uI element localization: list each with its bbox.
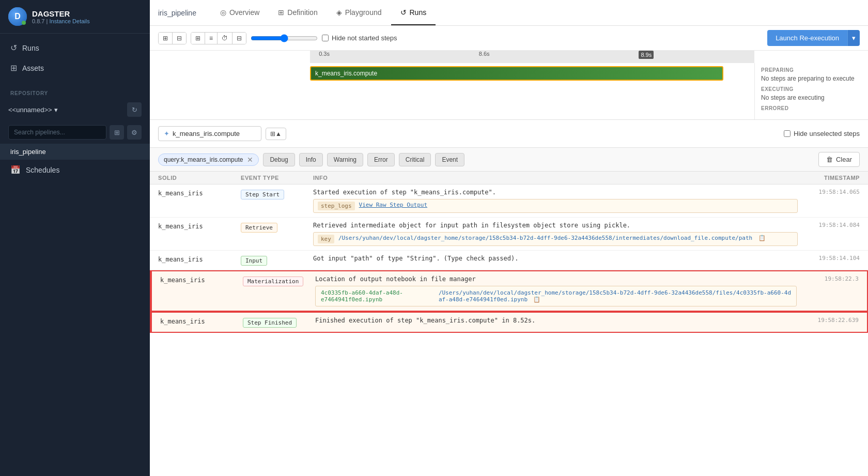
- step-logs-value[interactable]: View Raw Step Output: [359, 202, 427, 208]
- step-search-box[interactable]: ✦ k_means_iris.compute: [158, 126, 261, 141]
- time-marker-2: 8.9s: [639, 51, 654, 59]
- playground-icon: ◈: [336, 8, 342, 17]
- main-content: iris_pipeline ◎ Overview ⊞ Definition ◈ …: [150, 0, 868, 476]
- col-event-header: EVENT TYPE: [241, 175, 313, 181]
- remove-filter-button[interactable]: ✕: [247, 156, 253, 164]
- row-time-1: 19:58:14.084: [798, 222, 860, 228]
- refresh-repo-button[interactable]: ↻: [127, 102, 142, 117]
- timeline-bar-k-means[interactable]: k_means_iris.compute: [310, 66, 723, 81]
- row-info-3: Location of output notebook in file mana…: [315, 275, 797, 306]
- row-event-1: Retrieve: [241, 222, 313, 233]
- repository-section-label: REPOSITORY: [0, 82, 150, 98]
- step-search-icon: ✦: [164, 130, 169, 137]
- executing-section: EXECUTING No steps are executing: [761, 86, 862, 101]
- table-row: k_means_iris Retrieve Retrieved intermed…: [150, 218, 868, 251]
- mat-right-value: /Users/yuhan/dev/local/dagster_home/stor…: [439, 289, 791, 303]
- log-table-header: SOLID EVENT TYPE INFO TIMESTAMP: [150, 172, 868, 185]
- launch-re-execution-group: Launch Re-execution ▾: [767, 30, 860, 46]
- event-badge-step-finished: Step Finished: [243, 318, 297, 328]
- clear-button[interactable]: 🗑 Clear: [818, 152, 860, 167]
- app-version: 0.8.7 | Instance Details: [32, 18, 90, 24]
- mat-left-value[interactable]: 4c0335fb-a660-4daf-a48d-e7464941f0ed.ipy…: [321, 289, 432, 303]
- filter-info-button[interactable]: Info: [299, 153, 323, 166]
- repo-selector: <<unnamed>> ▾ ↻: [0, 98, 150, 121]
- filter-error-button[interactable]: Error: [367, 153, 395, 166]
- filter-critical-button[interactable]: Critical: [399, 153, 431, 166]
- sidebar-item-assets[interactable]: ⊞ Assets: [0, 58, 150, 78]
- filter-event-button[interactable]: Event: [435, 153, 464, 166]
- time-marker-1: 8.6s: [479, 51, 490, 57]
- event-badge-materialization: Materialization: [243, 277, 303, 286]
- timeline-solid-label: [150, 63, 310, 119]
- row-solid-0: k_means_iris: [158, 189, 241, 197]
- row-info-1: Retrieved intermediate object for input …: [313, 222, 798, 246]
- zoom-slider[interactable]: [251, 34, 318, 42]
- time-view-button[interactable]: ⏱: [218, 33, 233, 44]
- launch-reexecution-button[interactable]: Launch Re-execution: [767, 30, 847, 46]
- filter-button[interactable]: ⊞: [110, 125, 124, 140]
- timeline-row: k_means_iris.compute PREPARING No steps …: [150, 63, 868, 119]
- preparing-section: PREPARING No steps are preparing to exec…: [761, 67, 862, 82]
- sidebar-item-runs[interactable]: ↺ Runs: [0, 38, 150, 58]
- sidebar-item-iris-pipeline[interactable]: iris_pipeline: [0, 144, 150, 160]
- tab-playground[interactable]: ◈ Playground: [327, 0, 391, 25]
- table-row: k_means_iris Step Start Started executio…: [150, 185, 868, 218]
- zoom-out-button[interactable]: ⊟: [173, 33, 186, 44]
- sidebar-item-runs-label: Runs: [22, 44, 39, 52]
- step-search-area: ✦ k_means_iris.compute ⊞▲ Hide unselecte…: [150, 120, 868, 148]
- timeline-right-panel: PREPARING No steps are preparing to exec…: [754, 63, 868, 119]
- query-filter-tag: query:k_means_iris.compute ✕: [158, 153, 259, 166]
- col-info-header: INFO: [313, 175, 798, 181]
- step-logs-key: step_logs: [318, 202, 355, 210]
- row-event-3: Materialization: [243, 275, 315, 286]
- list-view-button[interactable]: ≡: [205, 33, 218, 44]
- layers-button[interactable]: ⊞▲: [266, 128, 286, 140]
- filter-warning-button[interactable]: Warning: [327, 153, 363, 166]
- row-solid-4: k_means_iris: [160, 317, 243, 325]
- errored-section: ERRORED: [761, 105, 862, 111]
- zoom-controls: ⊞ ⊟: [158, 32, 187, 44]
- grid-view-button[interactable]: ⊞: [191, 33, 205, 44]
- zoom-in-button[interactable]: ⊞: [159, 33, 173, 44]
- definition-icon: ⊞: [278, 8, 284, 17]
- tab-overview-label: Overview: [229, 8, 259, 17]
- tab-overview[interactable]: ◎ Overview: [211, 0, 269, 25]
- settings-button[interactable]: ⚙: [127, 125, 142, 140]
- pipeline-search-container: ⊞ ⚙: [8, 125, 142, 140]
- status-dot: [22, 21, 26, 25]
- graph-view-button[interactable]: ⊟: [233, 33, 246, 44]
- log-table: SOLID EVENT TYPE INFO TIMESTAMP k_means_…: [150, 172, 868, 476]
- app-info: DAGSTER 0.8.7 | Instance Details: [32, 9, 90, 24]
- row-info-2: Got input "path" of type "String". (Type…: [313, 255, 798, 262]
- app-logo: D: [8, 7, 27, 26]
- step-logs-box: step_logs View Raw Step Output: [313, 199, 798, 213]
- sidebar-item-assets-label: Assets: [22, 64, 44, 72]
- timeline-label-spacer: [150, 51, 310, 63]
- schedules-label: Schedules: [26, 166, 59, 174]
- tab-runs-label: Runs: [410, 8, 427, 17]
- table-row: k_means_iris Step Finished Finished exec…: [150, 312, 868, 333]
- tab-definition[interactable]: ⊞ Definition: [269, 0, 327, 25]
- pipeline-breadcrumb: iris_pipeline: [158, 9, 207, 17]
- repo-name[interactable]: <<unnamed>> ▾: [8, 106, 58, 114]
- col-solid-header: SOLID: [158, 175, 241, 181]
- tab-runs[interactable]: ↺ Runs: [391, 0, 436, 25]
- sidebar-item-schedules[interactable]: 📅 Schedules: [0, 160, 150, 180]
- copy-icon[interactable]: 📋: [758, 235, 766, 241]
- runs-tab-icon: ↺: [400, 8, 407, 17]
- hide-not-started-label: Hide not started steps: [322, 34, 397, 42]
- tab-playground-label: Playground: [345, 8, 382, 17]
- search-input[interactable]: [8, 125, 106, 140]
- mat-copy-icon[interactable]: 📋: [533, 296, 540, 303]
- assets-icon: ⊞: [10, 63, 17, 73]
- schedules-icon: 📅: [10, 165, 21, 175]
- table-row: k_means_iris Materialization Location of…: [150, 270, 868, 312]
- instance-link[interactable]: Instance Details: [49, 18, 89, 24]
- tab-definition-label: Definition: [287, 8, 317, 17]
- hide-unselected-checkbox[interactable]: [784, 130, 791, 137]
- hide-not-started-checkbox[interactable]: [322, 35, 329, 41]
- col-time-header: TIMESTAMP: [798, 175, 860, 181]
- filter-debug-button[interactable]: Debug: [263, 153, 295, 166]
- launch-reexecution-dropdown[interactable]: ▾: [847, 30, 860, 46]
- retrieve-box: key /Users/yuhan/dev/local/dagster_home/…: [313, 232, 798, 246]
